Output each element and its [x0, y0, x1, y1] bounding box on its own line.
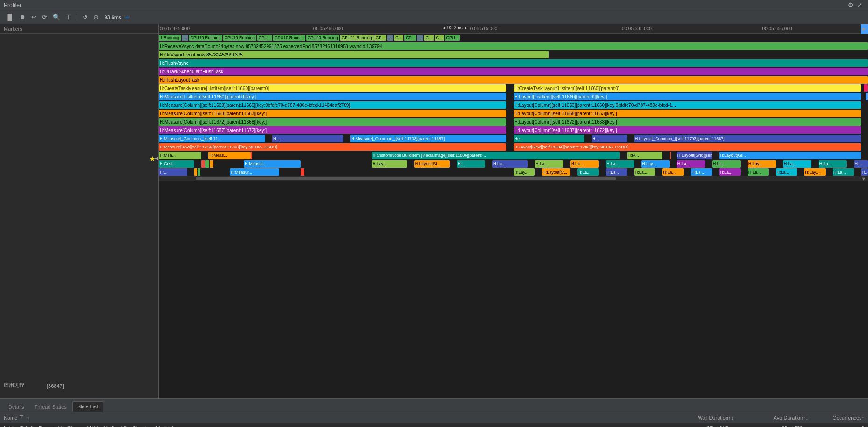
flame-block-6b[interactable]: H:CreateTaskLayout[ListItem][self:11660]… [514, 84, 861, 92]
settings-button[interactable]: ⚙ [846, 0, 855, 9]
toolbar-btn-search[interactable]: 🔍 [51, 13, 62, 21]
flame-row-14: H:Mea... H:Meas... H:CustomNode:BuildIte… [159, 151, 868, 160]
horizontal-scrollbar[interactable]: ▼ [159, 176, 868, 181]
flame-block-15l[interactable]: H:La... [712, 160, 741, 168]
scroll-thumb-h[interactable] [196, 177, 616, 180]
col-header-name[interactable]: Name ⊤ ↑↓ [0, 414, 663, 420]
flame-block-15n[interactable]: H:La... [783, 160, 812, 168]
flame-block-12f[interactable]: H:Layout[_Common_][self:11703][parent:11… [634, 135, 861, 142]
toolbar-btn-reset[interactable]: ↺ [81, 13, 90, 21]
cpu-chip-7: CPU10 Running [306, 35, 339, 41]
expand-button[interactable]: ⤢ [855, 0, 864, 9]
flame-row-5: H:FlushLayoutTask [159, 76, 868, 84]
flame-block-4[interactable]: H:UITaskScheduler::FlushTask [159, 68, 868, 75]
flame-block-3[interactable]: H:FlushVsync [159, 59, 868, 67]
flame-block-16i[interactable]: H:La... [691, 168, 712, 176]
flame-block-12a[interactable]: H:Measure[_Common_][self:11... [159, 135, 265, 142]
flame-block-14c[interactable]: H:CustomNode:BuildItem [MediaImage][self… [372, 152, 620, 159]
flame-block-14f[interactable]: H:Layout[Gr... [719, 152, 861, 159]
toolbar-btn-plus[interactable]: + [123, 12, 131, 22]
flame-block-9b[interactable]: H:Layout[Column][self:11668][parent:1166… [514, 110, 861, 117]
flame-block-8b[interactable]: H:Layout[Column][self:11663][parent:1166… [514, 101, 861, 109]
cpu-chip-5: CPU... [257, 35, 273, 41]
flame-block-16j[interactable]: H:La... [719, 168, 741, 176]
slice-table[interactable]: Name ⊤ ↑↓ Wall Duration↑↓ Avg Duration↑↓… [0, 412, 868, 427]
flame-block-15c[interactable]: H:Lay... [372, 160, 407, 168]
table-row[interactable]: H:ViewPU.viewPropertyHasChanged MblogLis… [0, 423, 868, 427]
flame-block-15o[interactable]: H:La... [819, 160, 847, 168]
flame-block-16n[interactable]: H:La... [833, 168, 854, 176]
flame-block-12d[interactable]: He... [514, 135, 585, 142]
col-header-avg[interactable]: Avg Duration↑↓ [737, 415, 812, 420]
flame-block-15a[interactable]: H:Cust... [159, 160, 194, 168]
cpu-chip-4: CPU10 Running [223, 35, 256, 41]
flame-block-15k[interactable]: H:La... [677, 160, 705, 168]
mini-bar-1 [201, 160, 205, 168]
flame-block-16k[interactable]: H:La... [748, 168, 769, 176]
toolbar-btn-record[interactable]: ⏺ [18, 13, 28, 21]
flame-area[interactable]: H:ReceiveVsync dataCount:24bytes now:857… [159, 42, 868, 398]
flame-block-12b[interactable]: H:... [272, 135, 343, 142]
flame-block-7b[interactable]: H:Layout[ListItem][self:11660][parent:0]… [514, 93, 861, 100]
flame-block-15g[interactable]: H:La... [535, 160, 563, 168]
flame-block-15d[interactable]: H:Layout[St... [414, 160, 450, 168]
flame-block-2[interactable]: H:OnVsyncEvent now:85782452991375 [159, 51, 549, 58]
flame-marker-7 [866, 93, 868, 100]
toolbar-btn-filter[interactable]: ⊤ [64, 13, 73, 21]
flame-block-15e[interactable]: Hi... [457, 160, 485, 168]
flame-block-14e[interactable]: H:Layout[Grid][self:11834][parent:11804]… [677, 152, 712, 159]
tab-details[interactable]: Details [4, 402, 29, 412]
flame-block-15b[interactable]: H:Measur... [244, 160, 301, 168]
flame-block-9a[interactable]: H:Measure[Column][self:11668][parent:116… [159, 110, 506, 117]
flame-block-11a[interactable]: H:Measure[Column][self:11687][parent:116… [159, 126, 506, 134]
flame-block-12e[interactable]: H... [592, 135, 627, 142]
scroll-right-btn[interactable]: ▶ [861, 24, 868, 34]
flame-block-14b[interactable]: H:Meas... [208, 152, 251, 159]
flame-block-6a[interactable]: H:CreateTaskMeasure[ListItem][self:11660… [159, 84, 506, 92]
flame-block-16l[interactable]: H:La... [776, 168, 797, 176]
toolbar-btn-1[interactable]: ▐▌ [4, 13, 16, 21]
mini-bar-2 [205, 160, 209, 168]
filter-icon[interactable]: ⊤ [19, 414, 24, 420]
flame-block-16f[interactable]: H:La... [606, 168, 627, 176]
cpu-chip-15: C... [435, 35, 444, 41]
flame-block-16b[interactable]: H:Measur... [230, 168, 279, 176]
flame-block-16h[interactable]: H:La... [662, 168, 684, 176]
flame-block-11b[interactable]: H:Layout[Column][self:11687][parent:1167… [514, 126, 861, 134]
flame-block-15j[interactable]: H:Lay... [641, 160, 670, 168]
flame-block-10b[interactable]: H:Layout[Column][self:11672][parent:1166… [514, 118, 861, 126]
col-header-wall[interactable]: Wall Duration↑↓ [663, 415, 737, 420]
flame-block-7a[interactable]: H:Measure[ListItem][self:11660][parent:0… [159, 93, 506, 100]
flame-block-16m[interactable]: H:Lay... [804, 168, 826, 176]
toolbar-btn-minus[interactable]: ⊖ [92, 13, 100, 21]
tab-thread-states[interactable]: Thread States [30, 402, 71, 412]
flame-block-15f[interactable]: H:La... [492, 160, 528, 168]
flame-block-15i[interactable]: H:La... [606, 160, 634, 168]
flame-block-15p[interactable]: H:... [854, 160, 868, 168]
flame-block-13b[interactable]: H:Layout[Row][self:11804][parent:11703][… [514, 143, 861, 151]
flame-block-8a[interactable]: H:Measure[Column][self:11663][parent:116… [159, 101, 506, 109]
flame-block-15h[interactable]: H:La... [570, 160, 599, 168]
flame-block-1[interactable]: H:ReceiveVsync dataCount:24bytes now:857… [159, 42, 868, 50]
toolbar-btn-refresh[interactable]: ⟳ [40, 13, 49, 21]
flame-block-16a[interactable]: H:... [159, 168, 187, 176]
timeline-area[interactable]: 00:05.475.000 00:05.495.000 00:05.515.00… [159, 24, 868, 398]
sort-name-arrows[interactable]: ↑↓ [26, 415, 30, 420]
toolbar-btn-undo[interactable]: ↩ [29, 13, 38, 21]
flame-block-14d[interactable]: H:M... [627, 152, 663, 159]
flame-block-13a[interactable]: H:Measure[Row][self:11714][parent:11703]… [159, 143, 506, 151]
flame-block-12c[interactable]: H:Measure[_Common_][self:11703][parent:1… [350, 135, 506, 142]
flame-block-10a[interactable]: H:Measure[Column][self:11672][parent:116… [159, 118, 506, 126]
scroll-down-btn[interactable]: ▼ [861, 176, 866, 181]
flame-block-5[interactable]: H:FlushLayoutTask [159, 76, 868, 84]
flame-block-16e[interactable]: H:La... [577, 168, 599, 176]
col-header-occ[interactable]: Occurrences↑ [812, 415, 868, 420]
flame-block-15m[interactable]: H:Lay... [748, 160, 776, 168]
flame-block-16g[interactable]: H:La... [634, 168, 656, 176]
flame-block-14a[interactable]: H:Mea... [159, 152, 201, 159]
scroll-arrow-left[interactable]: ◄ [154, 155, 158, 161]
flame-block-16c[interactable]: H:Lay... [514, 168, 535, 176]
flame-block-16o[interactable]: H... [861, 168, 868, 176]
tab-slice-list[interactable]: Slice List [72, 401, 103, 412]
flame-block-16d[interactable]: H:Layout[C... [542, 168, 570, 176]
